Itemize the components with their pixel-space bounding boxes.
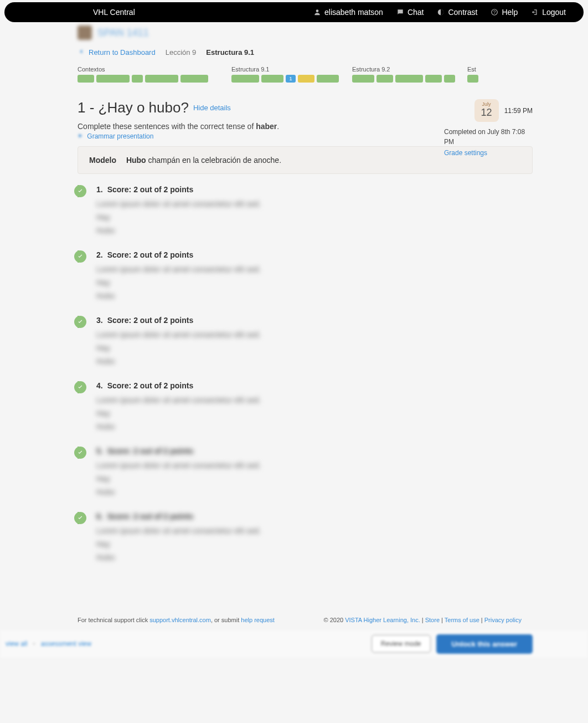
question-header: 2.Score: 2 out of 2 points xyxy=(96,250,533,259)
instr-text: Complete these sentences with the correc… xyxy=(78,122,256,131)
footer-left: For technical support click support.vhlc… xyxy=(78,617,275,623)
question-score: Score: 2 out of 2 points xyxy=(107,316,194,325)
footer-right: © 2020 VISTA Higher Learning, Inc. | Sto… xyxy=(323,617,522,623)
due-box: July 12 11:59 PM xyxy=(474,99,533,122)
privacy-link[interactable]: Privacy policy xyxy=(484,617,522,623)
top-navbar: VHL Central elisabeth matson Chat Contra… xyxy=(4,2,584,22)
question-score: Score: 2 out of 2 points xyxy=(107,185,194,194)
question-number: 3. xyxy=(96,316,103,325)
help-request-link[interactable]: help request xyxy=(241,617,275,623)
user-icon xyxy=(313,8,321,16)
logout-link[interactable]: Logout xyxy=(524,8,572,17)
question-number: 1. xyxy=(96,185,103,194)
help-label: Help xyxy=(502,8,518,17)
question-header: 4.Score: 2 out of 2 points xyxy=(96,381,533,390)
due-time: 11:59 PM xyxy=(504,107,533,115)
hide-details-link[interactable]: Hide details xyxy=(193,104,231,112)
chat-label: Chat xyxy=(408,8,424,17)
svg-text:?: ? xyxy=(493,10,496,15)
play-icon xyxy=(78,132,85,140)
tab-label: Estructura 9.1 xyxy=(231,66,348,73)
tab-contextos[interactable]: Contextos xyxy=(78,66,227,83)
lesson-tabs: Contextos Estructura 9.1 1 Estructura 9.… xyxy=(78,66,533,83)
question-score: Score: 2 out of 2 points xyxy=(107,447,194,455)
contrast-link[interactable]: Contrast xyxy=(430,8,484,17)
activity-panel: 1 - ¿Hay o hubo? Hide details Complete t… xyxy=(78,99,533,562)
due-day: 12 xyxy=(474,107,499,119)
tab-estructura-9-2[interactable]: Estructura 9.2 xyxy=(352,66,463,83)
company-link[interactable]: VISTA Higher Learning, Inc. xyxy=(345,617,420,623)
support-link[interactable]: support.vhlcentral.com xyxy=(149,617,211,623)
question-score: Score: 2 out of 2 points xyxy=(107,512,194,521)
grammar-link-label: Grammar presentation xyxy=(87,132,153,140)
assessment-view-link[interactable]: assessment view xyxy=(41,640,91,648)
contrast-icon xyxy=(437,8,445,16)
unlock-answer-button[interactable]: Unlock this answer xyxy=(436,634,533,654)
view-all-link[interactable]: view all xyxy=(6,640,27,648)
crumb-lesson[interactable]: Lección 9 xyxy=(166,48,197,57)
help-icon: ? xyxy=(491,8,498,16)
tab-label: Est xyxy=(467,66,484,73)
question-body-blurred: Lorem ipsum dolor sit amet consectetur e… xyxy=(96,396,533,431)
grade-settings-link[interactable]: Grade settings xyxy=(444,148,533,158)
instr-keyword: haber xyxy=(256,122,277,131)
question-score: Score: 2 out of 2 points xyxy=(107,381,194,390)
help-link[interactable]: ? Help xyxy=(484,8,524,17)
correct-badge-icon xyxy=(74,316,86,328)
question-block: 5.Score: 2 out of 2 pointsLorem ipsum do… xyxy=(91,447,533,496)
completion-text: Completed on July 8th 7:08 PM xyxy=(444,128,525,146)
question-number: 6. xyxy=(96,512,103,521)
question-header: 3.Score: 2 out of 2 points xyxy=(96,316,533,325)
review-mode-button[interactable]: Review mode xyxy=(372,635,431,653)
terms-link[interactable]: Terms of use xyxy=(445,617,479,623)
question-block: 4.Score: 2 out of 2 pointsLorem ipsum do… xyxy=(91,381,533,431)
chat-link[interactable]: Chat xyxy=(390,8,431,17)
correct-badge-icon xyxy=(74,381,86,393)
question-header: 1.Score: 2 out of 2 points xyxy=(96,185,533,194)
back-arrow-icon xyxy=(78,48,85,57)
question-score: Score: 2 out of 2 points xyxy=(107,250,194,259)
tab-label: Estructura 9.2 xyxy=(352,66,463,73)
store-link[interactable]: Store xyxy=(425,617,440,623)
course-header: SPAN 1411 xyxy=(78,25,533,40)
question-body-blurred: Lorem ipsum dolor sit amet consectetur e… xyxy=(96,199,533,235)
question-number: 4. xyxy=(96,381,103,390)
user-name: elisabeth matson xyxy=(324,8,383,17)
modelo-sentence: champán en la celebración de anoche. xyxy=(146,156,281,165)
chat-icon xyxy=(396,8,404,16)
correct-badge-icon xyxy=(74,185,86,197)
course-name-link[interactable]: SPAN 1411 xyxy=(97,27,149,39)
correct-badge-icon xyxy=(74,512,86,524)
question-body-blurred: Lorem ipsum dolor sit amet consectetur e… xyxy=(96,265,533,300)
correct-badge-icon xyxy=(74,250,86,263)
footer-text: For technical support click xyxy=(78,617,149,623)
grammar-presentation-link[interactable]: Grammar presentation xyxy=(78,132,153,140)
svg-point-0 xyxy=(316,9,319,12)
page-footer: For technical support click support.vhlc… xyxy=(78,617,522,623)
tab-estructura-next[interactable]: Est xyxy=(467,66,484,83)
brand-label[interactable]: VHL Central xyxy=(93,8,135,17)
completion-info: Completed on July 8th 7:08 PM Grade sett… xyxy=(444,127,533,158)
modelo-label: Modelo xyxy=(89,156,116,165)
crumb-structure[interactable]: Estructura 9.1 xyxy=(206,48,254,57)
question-block: 3.Score: 2 out of 2 pointsLorem ipsum do… xyxy=(91,316,533,366)
question-body-blurred: Lorem ipsum dolor sit amet consectetur e… xyxy=(96,526,533,562)
question-body-blurred: Lorem ipsum dolor sit amet consectetur e… xyxy=(96,330,533,366)
tab-estructura-9-1[interactable]: Estructura 9.1 1 xyxy=(231,66,348,83)
instr-text-end: . xyxy=(277,122,279,131)
question-block: 6.Score: 2 out of 2 pointsLorem ipsum do… xyxy=(91,512,533,562)
modelo-answer: Hubo xyxy=(126,156,146,165)
user-menu[interactable]: elisabeth matson xyxy=(307,8,390,17)
tab-label: Contextos xyxy=(78,66,227,73)
logout-label: Logout xyxy=(542,8,566,17)
question-number: 2. xyxy=(96,250,103,259)
question-block: 1.Score: 2 out of 2 pointsLorem ipsum do… xyxy=(91,185,533,235)
return-dashboard-link[interactable]: Return to Dashboard xyxy=(78,48,156,57)
current-activity-tag: 1 xyxy=(286,75,296,83)
due-date-badge: July 12 xyxy=(474,99,499,122)
question-header: 6.Score: 2 out of 2 points xyxy=(96,512,533,521)
activity-title: 1 - ¿Hay o hubo? xyxy=(78,99,189,116)
course-avatar xyxy=(78,25,92,40)
question-number: 5. xyxy=(96,447,103,455)
question-header: 5.Score: 2 out of 2 points xyxy=(96,447,533,455)
